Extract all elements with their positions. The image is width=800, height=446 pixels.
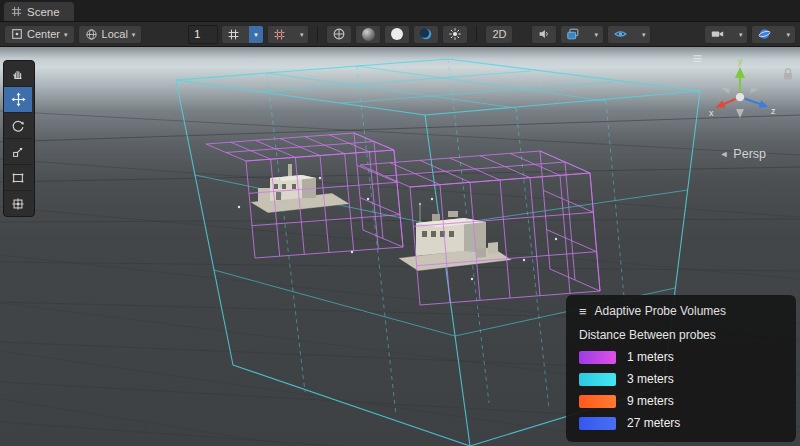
orbit-sphere-icon <box>757 27 772 41</box>
move-icon <box>11 92 26 107</box>
chevron-down-icon: ▾ <box>739 31 743 38</box>
legend-header: ≡ Adaptive Probe Volumes <box>579 304 783 318</box>
effects-dropdown-button[interactable]: ▾ <box>560 25 604 44</box>
legend-menu-icon: ≡ <box>579 305 587 318</box>
building-model-right <box>398 203 512 271</box>
effects-icon-seg[interactable] <box>561 26 585 43</box>
tab-scene-label: Scene <box>27 6 60 18</box>
pivot-icon <box>11 28 23 40</box>
left-arrow-icon: ◄ <box>719 149 728 159</box>
shading-mode-button[interactable] <box>355 25 381 44</box>
grid-dots-icon <box>273 28 286 41</box>
rotate-icon <box>11 119 25 133</box>
increment-snap-icon-seg[interactable] <box>268 26 291 43</box>
legend-row: 1 meters <box>579 350 783 364</box>
scene-viewport[interactable]: ≡ y x z ◄ Persp <box>0 47 800 446</box>
chevron-down-icon: ▾ <box>64 31 68 38</box>
legend-row: 3 meters <box>579 372 783 386</box>
gizmo-y-label[interactable]: y <box>738 56 743 66</box>
rect-tool-icon <box>11 171 25 185</box>
grid-snap-icon-seg[interactable] <box>222 26 245 43</box>
magenta-probe-grids <box>206 133 600 305</box>
visibility-caret-seg[interactable]: ▾ <box>637 26 651 43</box>
circle-crosshair-icon <box>332 27 346 41</box>
gizmo-z-label[interactable]: z <box>771 106 776 116</box>
toolbar-separator <box>476 26 477 42</box>
grid-icon <box>227 28 240 41</box>
snap-increment-field[interactable] <box>188 25 218 44</box>
legend-label-9m: 9 meters <box>627 394 674 408</box>
2d-label: 2D <box>492 28 506 40</box>
gizmos-icon-seg[interactable] <box>752 26 777 43</box>
2d-toggle-button[interactable]: 2D <box>485 25 513 44</box>
camera-caret-seg[interactable]: ▾ <box>734 26 748 43</box>
tool-rotate[interactable] <box>4 113 32 139</box>
unity-scene-window: Scene Center ▾ Local ▾ <box>0 0 800 446</box>
probe-volumes-legend: ≡ Adaptive Probe Volumes Distance Betwee… <box>566 295 796 442</box>
hand-icon <box>11 67 25 81</box>
skybox-toggle-button[interactable] <box>413 25 439 44</box>
moon-icon <box>419 27 433 41</box>
toolbar-right-group: ▾ ▾ <box>704 25 796 44</box>
visibility-icon-seg[interactable] <box>608 26 633 43</box>
transform-icon <box>11 197 25 211</box>
tab-bar: Scene <box>0 0 800 22</box>
scale-icon <box>11 145 25 159</box>
tool-transform[interactable] <box>4 191 32 216</box>
camera-settings-button[interactable]: ▾ <box>704 25 749 44</box>
orientation-dropdown[interactable]: Local ▾ <box>78 25 143 44</box>
chevron-down-icon: ▾ <box>786 31 790 38</box>
projection-toggle[interactable]: ◄ Persp <box>719 147 766 161</box>
chevron-down-icon: ▾ <box>594 31 598 38</box>
tools-panel <box>3 60 35 217</box>
gizmo-x-label[interactable]: x <box>709 108 714 118</box>
legend-title: Adaptive Probe Volumes <box>595 304 726 318</box>
legend-subtitle: Distance Between probes <box>579 328 783 342</box>
sun-icon <box>448 27 462 41</box>
legend-label-27m: 27 meters <box>627 416 680 430</box>
grid-snap-button[interactable]: ▾ <box>221 25 264 44</box>
shaded-sphere-icon <box>362 28 375 41</box>
scene-visibility-button[interactable]: ▾ <box>607 25 652 44</box>
pivot-mode-dropdown[interactable]: Center ▾ <box>4 25 75 44</box>
toolbar-separator <box>317 26 318 42</box>
eye-icon <box>613 27 628 41</box>
effects-flare-button[interactable] <box>442 25 468 44</box>
chevron-down-icon: ▾ <box>132 31 136 38</box>
legend-row: 27 meters <box>579 416 783 430</box>
increment-snap-caret-seg[interactable]: ▾ <box>295 26 309 43</box>
tool-move[interactable] <box>4 87 32 113</box>
audio-toggle-button[interactable] <box>531 25 557 44</box>
layers-icon <box>566 27 580 41</box>
tool-scale[interactable] <box>4 139 32 165</box>
swatch-27m <box>579 417 616 430</box>
scene-toolbar: Center ▾ Local ▾ ▾ <box>0 22 800 47</box>
pivot-mode-label: Center <box>27 28 60 40</box>
swatch-9m <box>579 395 616 408</box>
projection-label: Persp <box>733 147 766 161</box>
speaker-icon <box>537 27 551 41</box>
render-mode-button[interactable] <box>326 25 352 44</box>
swatch-1m <box>579 351 616 364</box>
gizmos-caret-seg[interactable]: ▾ <box>781 26 795 43</box>
legend-row: 9 meters <box>579 394 783 408</box>
lock-icon[interactable] <box>782 67 794 81</box>
chevron-down-icon: ▾ <box>300 31 304 38</box>
legend-label-3m: 3 meters <box>627 372 674 386</box>
swatch-3m <box>579 373 616 386</box>
orientation-gizmo[interactable]: y x z <box>700 55 780 127</box>
gizmos-dropdown-button[interactable]: ▾ <box>751 25 796 44</box>
increment-snap-button[interactable]: ▾ <box>267 25 310 44</box>
tab-scene[interactable]: Scene <box>4 2 74 21</box>
tool-rect[interactable] <box>4 165 32 191</box>
chevron-down-icon: ▾ <box>254 31 258 38</box>
lighting-toggle-button[interactable] <box>384 25 410 44</box>
camera-icon-seg[interactable] <box>705 26 730 43</box>
effects-caret-seg[interactable]: ▾ <box>589 26 603 43</box>
grid-snap-caret-seg[interactable]: ▾ <box>249 26 263 43</box>
light-circle-icon <box>391 28 403 40</box>
globe-icon <box>85 28 98 41</box>
tool-pan[interactable] <box>4 61 32 87</box>
orientation-label: Local <box>102 28 128 40</box>
scene-grid-icon <box>11 6 22 17</box>
